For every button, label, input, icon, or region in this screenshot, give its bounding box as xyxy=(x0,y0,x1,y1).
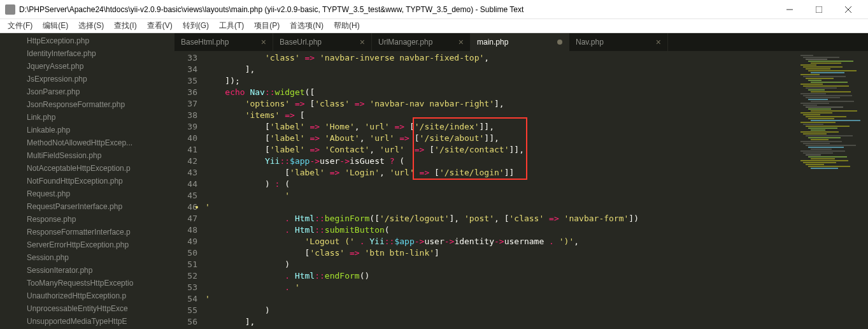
sidebar-file-item[interactable]: HttpException.php xyxy=(15,34,174,47)
menu-edit[interactable]: 编辑(E) xyxy=(38,19,73,33)
minimap-line xyxy=(811,139,829,140)
sidebar[interactable]: HttpException.phpIdentityInterface.phpJq… xyxy=(15,33,174,329)
minimap-line xyxy=(806,126,850,127)
sidebar-file-item[interactable]: UnauthorizedHttpException.p xyxy=(15,289,174,302)
tab-baseurl-php[interactable]: BaseUrl.php× xyxy=(273,33,372,51)
menu-file[interactable]: 文件(F) xyxy=(3,19,38,33)
sidebar-file-item[interactable]: JsonParser.php xyxy=(15,85,174,98)
sidebar-file-item[interactable]: Session.php xyxy=(15,251,174,264)
minimap-line xyxy=(803,114,820,115)
minimap-line xyxy=(811,72,844,73)
sidebar-file-item[interactable]: MultiFieldSession.php xyxy=(15,149,174,162)
minimap-line xyxy=(800,103,829,104)
minimap-line xyxy=(806,154,821,156)
minimap-line xyxy=(808,118,834,119)
sidebar-file-item[interactable]: ResponseFormatterInterface.p xyxy=(15,226,174,238)
minimap-line xyxy=(806,164,824,165)
tab-label: main.php xyxy=(477,38,508,47)
sidebar-file-item[interactable]: UnprocessableEntityHttpExce xyxy=(15,302,174,315)
minimap-line xyxy=(800,93,826,94)
minimap-line xyxy=(808,156,847,157)
tab-label: UrlManager.php xyxy=(378,38,432,47)
tab-close-icon[interactable]: × xyxy=(459,38,464,47)
tab-label: BaseHtml.php xyxy=(181,38,229,47)
menu-find[interactable]: 查找(I) xyxy=(109,19,141,33)
minimap-line xyxy=(808,137,841,138)
tab-urlmanager-php[interactable]: UrlManager.php× xyxy=(372,33,471,51)
title-bar: D:\PHPServer\Apache24\htdocs\yii-v2.0.9-… xyxy=(0,0,868,19)
minimap-line xyxy=(806,145,856,146)
tab-main-php[interactable]: main.php xyxy=(471,33,569,51)
menu-goto[interactable]: 转到(G) xyxy=(178,19,214,33)
minimap-line xyxy=(811,101,854,102)
minimap-line xyxy=(803,152,833,154)
tab-nav-php[interactable]: Nav.php× xyxy=(569,33,668,51)
app-icon xyxy=(5,4,15,15)
sidebar-file-item[interactable]: Response.php xyxy=(15,213,174,226)
sidebar-file-item[interactable]: JsonResponseFormatter.php xyxy=(15,98,174,111)
minimap-line xyxy=(800,141,842,142)
left-gutter xyxy=(0,33,15,329)
sidebar-file-item[interactable]: UnsupportedMediaTypeHttpE xyxy=(15,315,174,328)
minimap-line xyxy=(811,158,835,159)
minimap-line xyxy=(806,59,827,60)
minimap-line xyxy=(800,74,820,75)
menu-help[interactable]: 帮助(H) xyxy=(329,19,365,33)
sidebar-file-item[interactable]: JsExpression.php xyxy=(15,73,174,85)
minimap-line xyxy=(811,120,860,121)
sidebar-file-item[interactable]: Link.php xyxy=(15,111,174,124)
sidebar-file-item[interactable]: TooManyRequestsHttpExceptio xyxy=(15,277,174,289)
minimap-line xyxy=(803,124,823,125)
sidebar-file-item[interactable]: ServerErrorHttpException.php xyxy=(15,238,174,251)
minimap-line xyxy=(806,97,840,98)
tab-close-icon[interactable]: × xyxy=(360,38,365,47)
menu-tools[interactable]: 工具(T) xyxy=(214,19,249,33)
minimap-line xyxy=(808,70,857,71)
tab-bar: BaseHtml.php×BaseUrl.php×UrlManager.php×… xyxy=(174,33,868,51)
menu-view[interactable]: 查看(V) xyxy=(142,19,178,33)
code-area[interactable]: 'class' => 'navbar-inverse navbar-fixed-… xyxy=(203,51,798,329)
sidebar-file-item[interactable]: SessionIterator.php xyxy=(15,264,174,277)
close-button[interactable] xyxy=(834,0,863,19)
tab-close-icon[interactable]: × xyxy=(656,38,661,47)
minimap-line xyxy=(811,62,841,64)
minimap-line xyxy=(806,78,834,79)
sidebar-file-item[interactable]: RequestParserInterface.php xyxy=(15,200,174,213)
minimap-line xyxy=(806,116,846,117)
minimap-line xyxy=(808,61,853,62)
tab-close-icon[interactable]: × xyxy=(261,38,266,47)
minimap-line xyxy=(800,122,836,123)
menu-select[interactable]: 选择(S) xyxy=(73,19,109,33)
sidebar-file-item[interactable]: IdentityInterface.php xyxy=(15,47,174,60)
sidebar-file-item[interactable]: MethodNotAllowedHttpExcep... xyxy=(15,136,174,149)
sidebar-file-item[interactable]: NotAcceptableHttpException.p xyxy=(15,162,174,175)
maximize-button[interactable] xyxy=(804,0,834,19)
minimap-line xyxy=(808,80,822,81)
svg-rect-1 xyxy=(816,6,822,13)
window-title: D:\PHPServer\Apache24\htdocs\yii-v2.0.9-… xyxy=(19,5,775,14)
editor[interactable]: 33 34 35 36 37 38 39 40 41 42 43 44 45 4… xyxy=(174,51,868,329)
minimap-line xyxy=(808,128,837,129)
minimap-line xyxy=(811,129,825,131)
tab-label: Nav.php xyxy=(576,38,604,47)
minimap-line xyxy=(803,162,836,163)
tab-basehtml-php[interactable]: BaseHtml.php× xyxy=(174,33,273,51)
minimap-line xyxy=(806,68,830,69)
sidebar-file-item[interactable]: Linkable.php xyxy=(15,124,174,136)
tab-label: BaseUrl.php xyxy=(280,38,322,47)
minimap-line xyxy=(800,64,816,66)
minimize-button[interactable] xyxy=(775,0,804,19)
menu-prefs[interactable]: 首选项(N) xyxy=(285,19,329,33)
minimap-line xyxy=(808,108,831,110)
menu-project[interactable]: 项目(P) xyxy=(249,19,285,33)
sidebar-file-item[interactable]: NotFoundHttpException.php xyxy=(15,175,174,187)
sidebar-file-item[interactable]: JqueryAsset.php xyxy=(15,60,174,73)
minimap-line xyxy=(808,166,850,167)
minimap-line xyxy=(803,143,830,144)
line-numbers: 33 34 35 36 37 38 39 40 41 42 43 44 45 4… xyxy=(174,51,203,329)
sidebar-file-item[interactable]: Request.php xyxy=(15,187,174,200)
tab-dirty-icon xyxy=(557,40,562,45)
minimap[interactable] xyxy=(798,51,868,329)
minimap-line xyxy=(808,89,825,91)
minimap-line xyxy=(803,105,817,106)
